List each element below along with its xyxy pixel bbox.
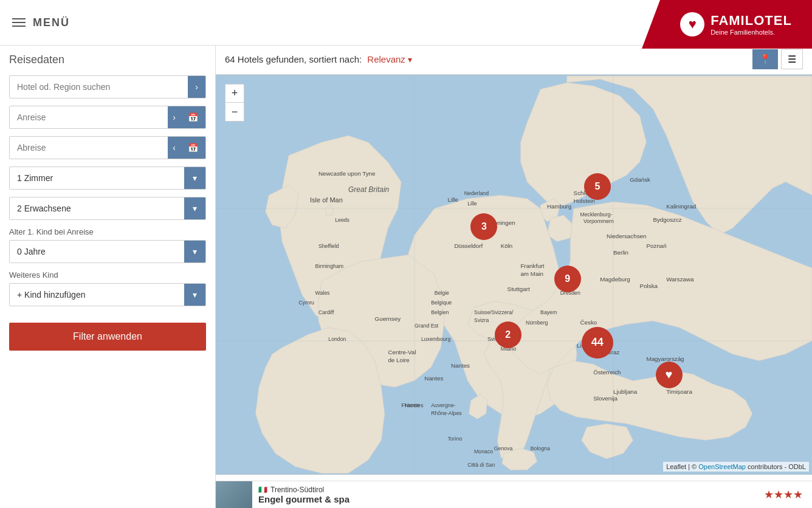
- svg-text:Lille: Lille: [448, 196, 459, 203]
- map-container: Great Britain Newcastle upon Tyne Cymru …: [216, 75, 812, 475]
- map-svg: Great Britain Newcastle upon Tyne Cymru …: [216, 75, 812, 475]
- child-age-dropdown-btn[interactable]: ▾: [184, 241, 205, 263]
- arrival-calendar-btn[interactable]: 📅: [181, 106, 205, 128]
- sort-chevron-icon[interactable]: ▾: [408, 55, 412, 64]
- svg-text:Berlin: Berlin: [613, 249, 628, 256]
- svg-text:Nantes: Nantes: [424, 375, 443, 382]
- sidebar-title: Reisedaten: [9, 53, 206, 66]
- adults-dropdown-btn[interactable]: ▾: [184, 197, 205, 219]
- region-name: Trentino-Südtirol: [270, 486, 324, 494]
- search-button[interactable]: ›: [188, 76, 205, 98]
- svg-text:Hamburg: Hamburg: [547, 203, 571, 210]
- region-flag: 🇮🇹: [258, 486, 267, 494]
- svg-text:Torino: Torino: [448, 436, 463, 442]
- svg-text:Belgien: Belgien: [431, 309, 449, 315]
- osm-link[interactable]: OpenStreetMap: [698, 463, 746, 470]
- svg-text:Nantes: Nantes: [451, 362, 470, 369]
- svg-text:Köln: Köln: [501, 242, 513, 249]
- hotel-info: 🇮🇹 Trentino-Südtirol Engel gourmet & spa: [252, 481, 755, 508]
- additional-child-dropdown-btn[interactable]: ▾: [184, 284, 205, 306]
- logo-heart-icon: ♥: [680, 12, 704, 36]
- hotel-result-strip: 🇮🇹 Trentino-Südtirol Engel gourmet & spa…: [216, 481, 812, 508]
- svg-text:Città di San: Città di San: [467, 462, 495, 468]
- svg-text:Nederland: Nederland: [464, 190, 489, 196]
- svg-text:Gdańsk: Gdańsk: [630, 176, 650, 183]
- map-view-btn[interactable]: 📍: [752, 49, 778, 69]
- svg-text:Birmingham: Birmingham: [315, 263, 344, 269]
- departure-calendar-btn[interactable]: 📅: [181, 137, 205, 159]
- search-group: ›: [9, 75, 206, 98]
- search-input[interactable]: [10, 76, 188, 98]
- list-view-btn[interactable]: ☰: [781, 49, 803, 69]
- svg-text:Niedersachsen: Niedersachsen: [607, 233, 646, 239]
- header-title: MENÜ: [33, 16, 70, 29]
- departure-prev-btn[interactable]: ‹: [168, 137, 181, 159]
- svg-text:Vorpommern: Vorpommern: [583, 218, 614, 224]
- sort-bar: 64 Hotels gefunden, sortiert nach: Relev…: [216, 44, 812, 75]
- additional-child-value: + Kind hinzufügen: [10, 284, 184, 306]
- svg-text:Österreich: Österreich: [593, 369, 621, 376]
- cluster-marker-9[interactable]: 9: [554, 266, 581, 292]
- adults-group: 2 Erwachsene ▾: [9, 197, 206, 220]
- rooms-dropdown-btn[interactable]: ▾: [184, 167, 205, 189]
- svg-text:France: France: [401, 402, 420, 408]
- svg-text:Česko: Česko: [580, 319, 597, 326]
- menu-button[interactable]: [12, 18, 26, 27]
- view-toggle: 📍 ☰: [752, 49, 803, 69]
- svg-text:Bayern: Bayern: [540, 309, 557, 315]
- arrival-next-btn[interactable]: ›: [168, 106, 181, 128]
- svg-text:Rhône-Alpes: Rhône-Alpes: [431, 410, 462, 416]
- cluster-marker-3[interactable]: 3: [470, 213, 497, 240]
- svg-text:Polska: Polska: [640, 283, 658, 289]
- results-count: 64 Hotels gefunden, sortiert nach: Relev…: [225, 54, 412, 64]
- svg-text:Monaco: Monaco: [474, 448, 493, 455]
- svg-text:Svizra: Svizra: [474, 317, 489, 323]
- cluster-marker-44[interactable]: 44: [582, 327, 613, 359]
- svg-text:Genova: Genova: [494, 445, 513, 451]
- departure-input[interactable]: [10, 137, 168, 159]
- svg-text:Belgique: Belgique: [431, 300, 452, 306]
- cluster-marker-5[interactable]: 5: [584, 173, 611, 200]
- zoom-in-btn[interactable]: +: [225, 84, 244, 103]
- svg-text:Sheffield: Sheffield: [318, 243, 339, 249]
- svg-text:Belgie: Belgie: [435, 290, 449, 296]
- svg-text:de Loire: de Loire: [388, 357, 410, 363]
- map-attribution: Leaflet | © OpenStreetMap contributors -…: [663, 462, 809, 472]
- svg-text:Slovenija: Slovenija: [593, 395, 618, 402]
- svg-text:Kaliningrad: Kaliningrad: [666, 203, 696, 210]
- svg-text:am Main: am Main: [520, 270, 543, 277]
- child-age-group: 0 Jahre ▾: [9, 240, 206, 263]
- map-area[interactable]: Great Britain Newcastle upon Tyne Cymru …: [216, 75, 812, 475]
- svg-text:Suisse/Svizzera/: Suisse/Svizzera/: [474, 309, 514, 315]
- hotel-thumbnail: [216, 481, 252, 508]
- additional-child-label: Weiteres Kind: [9, 270, 206, 280]
- svg-text:Great Britain: Great Britain: [348, 185, 390, 194]
- adults-label: 2 Erwachsene: [10, 197, 184, 219]
- svg-text:Mecklenburg-: Mecklenburg-: [580, 211, 613, 218]
- svg-text:Wales: Wales: [315, 290, 331, 296]
- zoom-out-btn[interactable]: −: [225, 103, 244, 121]
- svg-text:Leeds: Leeds: [335, 217, 349, 223]
- heart-marker[interactable]: ♥: [656, 362, 683, 388]
- map-zoom-controls: + −: [225, 84, 244, 122]
- svg-text:Stuttgart: Stuttgart: [507, 286, 530, 292]
- main-content: 64 Hotels gefunden, sortiert nach: Relev…: [216, 44, 812, 508]
- svg-text:Grand Est: Grand Est: [415, 323, 439, 329]
- hotel-stars: ★★★★: [755, 481, 812, 508]
- svg-text:Cymru: Cymru: [298, 300, 314, 306]
- cluster-marker-2[interactable]: 2: [495, 321, 521, 348]
- svg-text:Nürnberg: Nürnberg: [526, 320, 548, 326]
- svg-text:Luxembourg: Luxembourg: [421, 336, 451, 342]
- logo-text: FAMILOTEL Deine Familienhotels.: [710, 13, 792, 36]
- child-age-value: 0 Jahre: [10, 241, 184, 263]
- logo-area: ♥ FAMILOTEL Deine Familienhotels.: [642, 0, 812, 49]
- arrival-group: › 📅: [9, 106, 206, 129]
- svg-text:Magdeburg: Magdeburg: [600, 276, 630, 283]
- svg-text:Frankfurt: Frankfurt: [520, 263, 544, 269]
- rooms-label: 1 Zimmer: [10, 167, 184, 189]
- arrival-input[interactable]: [10, 106, 168, 128]
- hotel-name[interactable]: Engel gourmet & spa: [258, 494, 749, 504]
- svg-text:Düsseldorf: Düsseldorf: [454, 242, 483, 249]
- svg-text:London: London: [328, 336, 346, 342]
- filter-button[interactable]: Filter anwenden: [9, 323, 206, 351]
